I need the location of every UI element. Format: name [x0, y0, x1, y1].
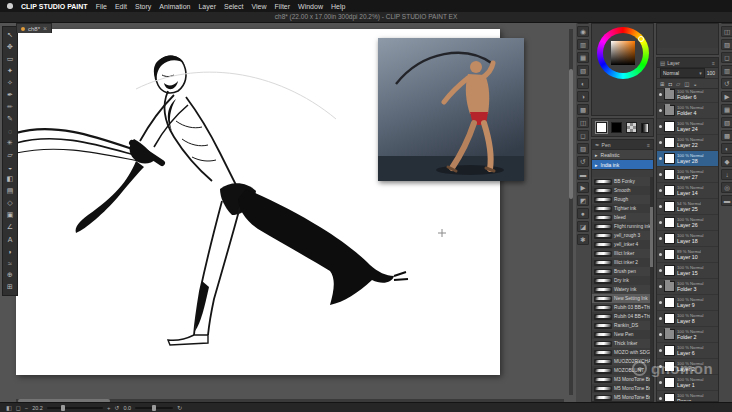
brush-item[interactable]: Smooth: [592, 186, 653, 195]
brush-tool-icon[interactable]: ✎: [3, 113, 17, 125]
tool-property-panel-icon[interactable]: ◩: [577, 195, 589, 206]
layer-thumbnail[interactable]: [664, 265, 675, 276]
brush-item[interactable]: BB Fonky: [592, 177, 653, 186]
saturation-value-square[interactable]: [611, 41, 635, 65]
material-color-pattern-icon[interactable]: ▦: [721, 104, 732, 115]
material-panel-icon[interactable]: ▩: [577, 104, 589, 115]
layer-row[interactable]: 100 % Normal Layer 22: [657, 135, 718, 151]
menu-item[interactable]: Select: [224, 3, 243, 10]
brush-item[interactable]: Thick Inker: [592, 339, 653, 348]
layer-row[interactable]: 100 % Normal Layer 2: [657, 359, 718, 375]
layer-row[interactable]: 100 % Normal Layer 14: [657, 183, 718, 199]
blend-tool-icon[interactable]: ◒: [3, 161, 17, 173]
figure-tool-icon[interactable]: ◇: [3, 197, 17, 209]
layer-visibility-icon[interactable]: [659, 221, 662, 224]
zoom-in-icon[interactable]: +: [107, 405, 111, 411]
clip-layer-icon[interactable]: ◒: [693, 81, 696, 87]
layer-thumbnail[interactable]: [664, 201, 675, 212]
search-panel-icon[interactable]: ◎: [721, 182, 732, 193]
brush-item[interactable]: Rankin_DS: [592, 321, 653, 330]
layer-row[interactable]: 100 % Normal Folder 6: [657, 87, 718, 103]
ruler-tool-icon[interactable]: ∠: [3, 221, 17, 233]
timeline-panel-icon[interactable]: ▬: [577, 169, 589, 180]
layer-visibility-icon[interactable]: [659, 141, 662, 144]
vscroll-thumb[interactable]: [569, 69, 573, 199]
brush-item[interactable]: yell_inker 4: [592, 240, 653, 249]
brush-item[interactable]: M5 MonoTone Brush 3: [592, 393, 653, 401]
main-color-swatch[interactable]: [596, 122, 607, 133]
color-history-strip[interactable]: [641, 123, 649, 133]
menu-item[interactable]: Story: [135, 3, 151, 10]
brush-item[interactable]: yell_rough 3: [592, 231, 653, 240]
brush-item[interactable]: Illict inker 2: [592, 258, 653, 267]
brush-item[interactable]: Rough: [592, 195, 653, 204]
frame-border-tool-icon[interactable]: ▣: [3, 209, 17, 221]
document-tab[interactable]: ch8* ×: [16, 23, 52, 33]
brush-item[interactable]: M5 MonoTone Brush 2: [592, 384, 653, 393]
layer-visibility-icon[interactable]: [659, 333, 662, 336]
layer-row[interactable]: 100 % Normal Paper: [657, 391, 718, 401]
layer-thumbnail[interactable]: [664, 313, 675, 324]
layer-thumbnail[interactable]: [664, 105, 675, 116]
layer-row[interactable]: 100 % Normal Folder 4: [657, 103, 718, 119]
operation-tool-icon[interactable]: ↖: [3, 29, 17, 41]
layer-row[interactable]: 100 % Normal Layer 15: [657, 263, 718, 279]
color-wheel-panel-icon[interactable]: ◉: [577, 26, 589, 37]
layer-visibility-icon[interactable]: [659, 173, 662, 176]
menu-item[interactable]: Window: [298, 3, 323, 10]
layer-panel-tab-label[interactable]: Layer: [667, 60, 680, 66]
layer-panel-menu-icon[interactable]: ≡: [712, 60, 715, 66]
download-panel-icon[interactable]: ↓: [721, 169, 732, 180]
layer-thumbnail[interactable]: [664, 361, 675, 372]
material-3d-icon[interactable]: ◆: [721, 156, 732, 167]
workspace-panel-icon[interactable]: ◪: [577, 221, 589, 232]
sub-tool-menu-icon[interactable]: ≡: [647, 142, 650, 148]
timeline-panel-icon[interactable]: ▬: [721, 195, 732, 206]
navigator-panel-icon[interactable]: ▨: [721, 39, 732, 50]
pen-tool-tab-icon[interactable]: ✒: [595, 142, 600, 148]
color-set-panel-icon[interactable]: ▦: [577, 52, 589, 63]
brush-item[interactable]: MOZOBLUNT: [592, 366, 653, 375]
brush-item[interactable]: Tighter ink: [592, 204, 653, 213]
layer-thumbnail[interactable]: [664, 249, 675, 260]
grab-view-tool-icon[interactable]: ⊞: [3, 281, 17, 293]
layer-visibility-icon[interactable]: [659, 205, 662, 208]
approximate-color-panel-icon[interactable]: ◐: [577, 78, 589, 89]
history-panel-icon[interactable]: ↺: [721, 78, 732, 89]
delete-layer-icon[interactable]: ▱: [676, 81, 680, 87]
layer-visibility-icon[interactable]: [659, 93, 662, 96]
layer-thumbnail[interactable]: [664, 329, 675, 340]
material-manga-icon[interactable]: ▩: [721, 130, 732, 141]
material-monochrome-icon[interactable]: ▧: [721, 117, 732, 128]
lock-layer-icon[interactable]: ◘: [669, 81, 672, 87]
brush-item[interactable]: MOZO with SDGE: [592, 348, 653, 357]
layer-visibility-icon[interactable]: [659, 285, 662, 288]
layer-visibility-icon[interactable]: [659, 349, 662, 352]
brush-item[interactable]: Watery ink: [592, 285, 653, 294]
blend-mode-select[interactable]: Normal ▾: [660, 68, 705, 78]
material-image-icon[interactable]: ◐: [721, 143, 732, 154]
menu-item[interactable]: Help: [331, 3, 345, 10]
layer-thumbnail[interactable]: [664, 297, 675, 308]
transparent-color-swatch[interactable]: [626, 122, 637, 133]
layer-mask-icon[interactable]: ◫: [684, 81, 689, 87]
menu-item[interactable]: File: [96, 3, 107, 10]
navigator-panel-icon[interactable]: ▨: [577, 143, 589, 154]
gradient-tool-icon[interactable]: ▤: [3, 185, 17, 197]
zoom-slider[interactable]: [47, 407, 103, 409]
layer-thumbnail[interactable]: [664, 217, 675, 228]
layer-thumbnail[interactable]: [664, 89, 675, 100]
layer-row[interactable]: 100 % Normal Layer 27: [657, 167, 718, 183]
menu-item[interactable]: Layer: [198, 3, 216, 10]
brush-item[interactable]: M3 MonoTone Brush 1: [592, 375, 653, 384]
layer-row[interactable]: 100 % Normal Layer 1: [657, 375, 718, 391]
app-menu[interactable]: CLIP STUDIO PAINT: [21, 3, 88, 10]
history-panel-icon[interactable]: ↺: [577, 156, 589, 167]
sub-view-panel-icon[interactable]: ◻: [721, 52, 732, 63]
layer-row[interactable]: 54 % Normal Layer 25: [657, 199, 718, 215]
brush-item[interactable]: Rubih 04 BB+Thick - by D: [592, 312, 653, 321]
airbrush-tool-icon[interactable]: ◌: [3, 125, 17, 137]
text-tool-icon[interactable]: A: [3, 233, 17, 245]
layer-tab-icon[interactable]: ▤: [660, 60, 665, 66]
layer-visibility-icon[interactable]: [659, 157, 662, 160]
